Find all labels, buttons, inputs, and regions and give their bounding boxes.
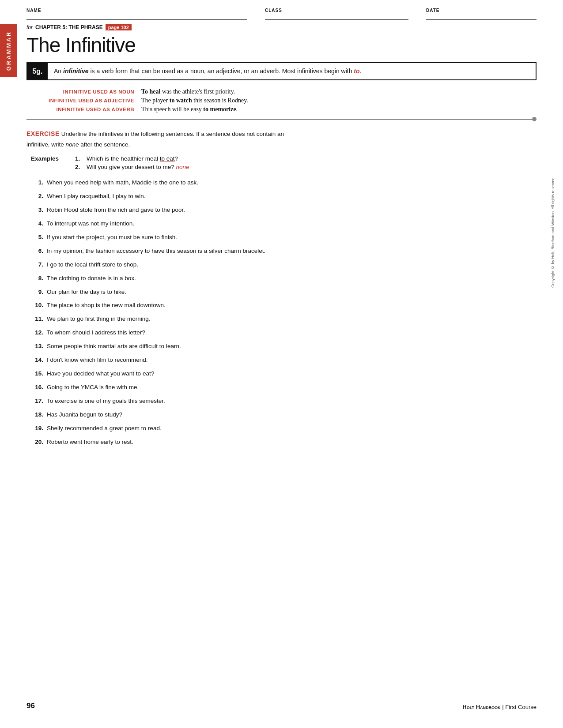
example-row-adjective: INFINITIVE USED AS ADJECTIVE The player … bbox=[26, 97, 537, 104]
grammar-tab-label: GRAMMAR bbox=[5, 31, 12, 71]
list-item: 10.The place to shop is the new mall dow… bbox=[31, 301, 537, 310]
list-item-num: 18. bbox=[31, 410, 47, 420]
name-line bbox=[26, 14, 247, 20]
list-item: 3.Robin Hood stole from the rich and gav… bbox=[31, 206, 537, 215]
list-item: 1.When you need help with math, Maddie i… bbox=[31, 178, 537, 188]
example-row-adverb: INFINITIVE USED AS ADVERB This speech wi… bbox=[26, 106, 537, 113]
none-italic: none bbox=[176, 164, 189, 170]
list-item-num: 12. bbox=[31, 328, 47, 338]
list-item: 19.Shelly recommended a great poem to re… bbox=[31, 424, 537, 433]
class-label: CLASS bbox=[265, 8, 408, 13]
footer-page-num: 96 bbox=[26, 702, 35, 710]
list-item-num: 15. bbox=[31, 369, 47, 379]
rule-text-start: An bbox=[54, 68, 63, 75]
list-item-num: 3. bbox=[31, 206, 47, 215]
list-item-text: We plan to go first thing in the morning… bbox=[47, 315, 537, 324]
date-label: DATE bbox=[426, 8, 537, 13]
examples-section: Examples 1. Which is the healthier meal … bbox=[26, 155, 537, 170]
main-title: The Infinitive bbox=[0, 30, 563, 57]
list-item: 6.In my opinion, the fashion accessory t… bbox=[31, 247, 537, 256]
copyright-text: Copyright © by Holt, Rinehart and Winsto… bbox=[551, 176, 555, 288]
footer: 96 Holt Handbook | First Course bbox=[0, 702, 563, 710]
header-fields: NAME CLASS DATE bbox=[26, 8, 537, 20]
grammar-tab: GRAMMAR bbox=[0, 24, 17, 77]
list-item-num: 1. bbox=[31, 178, 47, 188]
list-item-text: To whom should I address this letter? bbox=[47, 328, 537, 338]
list-item-num: 13. bbox=[31, 342, 47, 351]
list-item-text: The clothing to donate is in a box. bbox=[47, 274, 537, 283]
examples-label: Examples bbox=[31, 155, 75, 162]
ex-label-adverb: INFINITIVE USED AS ADVERB bbox=[26, 107, 141, 112]
ex-content-adverb: This speech will be easy to memorize. bbox=[141, 106, 238, 113]
example-num-2: 2. bbox=[75, 164, 87, 170]
exercise-title: Exercise bbox=[26, 130, 60, 137]
name-label: NAME bbox=[26, 8, 247, 13]
list-item-text: Robin Hood stole from the rich and gave … bbox=[47, 206, 537, 215]
list-item: 13.Some people think martial arts are di… bbox=[31, 342, 537, 351]
date-line bbox=[426, 14, 537, 20]
class-field: CLASS bbox=[265, 8, 408, 20]
list-item: 4.To interrupt was not my intention. bbox=[31, 219, 537, 229]
list-item: 9.Our plan for the day is to hike. bbox=[31, 288, 537, 297]
section-divider bbox=[26, 119, 537, 120]
list-item-text: If you start the project, you must be su… bbox=[47, 233, 537, 242]
numbered-list: 1.When you need help with math, Maddie i… bbox=[26, 178, 537, 447]
rule-text: An infinitive is a verb form that can be… bbox=[48, 63, 367, 79]
list-item-text: Roberto went home early to rest. bbox=[47, 438, 537, 447]
footer-book-name: Holt Handbook bbox=[462, 704, 500, 710]
example-num-1: 1. bbox=[75, 155, 87, 162]
list-item: 18.Has Juanita begun to study? bbox=[31, 410, 537, 420]
list-item: 5.If you start the project, you must be … bbox=[31, 233, 537, 242]
list-item: 12.To whom should I address this letter? bbox=[31, 328, 537, 338]
underline-to-eat: to eat bbox=[160, 155, 175, 162]
example-text-2: Will you give your dessert to me? none bbox=[87, 164, 189, 170]
list-item-text: When you need help with math, Maddie is … bbox=[47, 178, 537, 188]
exercise-section: Exercise Underline the infinitives in th… bbox=[26, 129, 537, 447]
list-item: 7.I go to the local thrift store to shop… bbox=[31, 260, 537, 270]
footer-book-title: Holt Handbook | First Course bbox=[462, 704, 537, 710]
list-item: 11.We plan to go first thing in the morn… bbox=[31, 315, 537, 324]
list-item-num: 17. bbox=[31, 397, 47, 406]
list-item-num: 2. bbox=[31, 192, 47, 201]
list-item-text: Our plan for the day is to hike. bbox=[47, 288, 537, 297]
example-row-2: 2. Will you give your dessert to me? non… bbox=[31, 164, 537, 170]
exercise-instructions2: infinitive, write none after the sentenc… bbox=[26, 140, 537, 150]
rule-italic-word: infinitive bbox=[63, 68, 89, 75]
list-item-num: 9. bbox=[31, 288, 47, 297]
header: NAME CLASS DATE bbox=[0, 0, 563, 20]
list-item-text: I don't know which film to recommend. bbox=[47, 356, 537, 365]
list-item-text: Has Juanita begun to study? bbox=[47, 410, 537, 420]
list-item-num: 16. bbox=[31, 383, 47, 392]
list-item-text: When I play racquetball, I play to win. bbox=[47, 192, 537, 201]
list-item: 17.To exercise is one of my goals this s… bbox=[31, 397, 537, 406]
list-item-num: 6. bbox=[31, 247, 47, 256]
list-item: 8.The clothing to donate is in a box. bbox=[31, 274, 537, 283]
list-item-num: 4. bbox=[31, 219, 47, 229]
footer-course: First Course bbox=[505, 704, 537, 710]
class-line bbox=[265, 14, 408, 20]
list-item: 2.When I play racquetball, I play to win… bbox=[31, 192, 537, 201]
list-item: 14.I don't know which film to recommend. bbox=[31, 356, 537, 365]
list-item-text: Some people think martial arts are diffi… bbox=[47, 342, 537, 351]
list-item-text: To exercise is one of my goals this seme… bbox=[47, 397, 537, 406]
list-item-text: Going to the YMCA is fine with me. bbox=[47, 383, 537, 392]
chapter-ref-title: CHAPTER 5: THE PHRASE bbox=[35, 24, 103, 30]
list-item-num: 5. bbox=[31, 233, 47, 242]
list-item-text: Have you decided what you want to eat? bbox=[47, 369, 537, 379]
list-item: 20.Roberto went home early to rest. bbox=[31, 438, 537, 447]
rule-text-end: . bbox=[360, 68, 362, 75]
example-row-1: Examples 1. Which is the healthier meal … bbox=[31, 155, 537, 162]
list-item: 16.Going to the YMCA is fine with me. bbox=[31, 383, 537, 392]
example-text-1: Which is the healthier meal to eat? bbox=[87, 155, 178, 162]
list-item: 15.Have you decided what you want to eat… bbox=[31, 369, 537, 379]
chapter-ref: for CHAPTER 5: THE PHRASE page 102 bbox=[0, 20, 563, 30]
list-item-num: 20. bbox=[31, 438, 47, 447]
ex-label-adjective: INFINITIVE USED AS ADJECTIVE bbox=[26, 98, 141, 103]
list-item-text: Shelly recommended a great poem to read. bbox=[47, 424, 537, 433]
list-item-text: The place to shop is the new mall downto… bbox=[47, 301, 537, 310]
worksheet-page: GRAMMAR NAME CLASS DATE for CHAPTER 5: T… bbox=[0, 0, 563, 728]
ex-label-noun: INFINITIVE USED AS NOUN bbox=[26, 89, 141, 94]
list-item-text: To interrupt was not my intention. bbox=[47, 219, 537, 229]
chapter-ref-page: page 102 bbox=[106, 24, 132, 30]
examples-table: INFINITIVE USED AS NOUN To heal was the … bbox=[26, 88, 537, 113]
